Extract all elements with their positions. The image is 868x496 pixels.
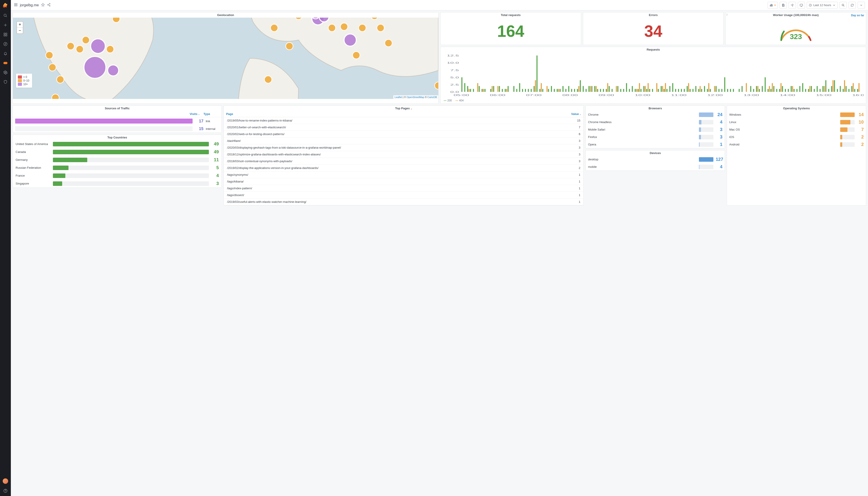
svg-rect-190 [698, 89, 699, 92]
svg-rect-191 [700, 86, 701, 92]
zoom-in-button[interactable]: + [17, 22, 23, 28]
zoom-out-button[interactable] [839, 2, 847, 9]
svg-rect-169 [648, 83, 648, 92]
zoom-out-button[interactable]: – [17, 28, 23, 33]
visits-col-header[interactable]: Visits [190, 112, 200, 115]
time-range-picker[interactable]: Last 12 hours [807, 2, 838, 9]
save-button[interactable] [780, 2, 787, 9]
svg-rect-212 [759, 89, 760, 92]
geolocation-map[interactable]: Atlantic Ocean [13, 18, 438, 99]
sources-row: 15internal [13, 125, 222, 133]
country-row: Germany11 [13, 156, 222, 164]
svg-text:14:00: 14:00 [780, 93, 795, 96]
svg-text:11:00: 11:00 [671, 93, 687, 96]
worker-usage-panel: i Worker Usage (100,000/24h max) Day so … [725, 12, 866, 45]
help-icon[interactable] [3, 488, 8, 493]
map-zoom-controls: + – [16, 21, 23, 34]
svg-point-70 [353, 51, 360, 59]
page-row: /dashflare/3 [224, 138, 583, 144]
svg-rect-226 [791, 86, 792, 92]
svg-point-45 [46, 51, 53, 59]
svg-point-8 [4, 43, 7, 46]
svg-line-1 [6, 16, 7, 17]
svg-rect-198 [716, 86, 717, 92]
svg-rect-200 [721, 89, 722, 92]
svg-rect-158 [626, 83, 627, 92]
svg-rect-178 [667, 89, 667, 92]
svg-rect-130 [558, 89, 559, 92]
day-so-far-link[interactable]: Day so far [851, 14, 864, 17]
svg-rect-151 [607, 83, 608, 92]
svg-rect-24 [771, 4, 771, 6]
country-row: United States of America49 [13, 140, 222, 148]
svg-rect-195 [708, 83, 709, 92]
panels-icon[interactable] [14, 3, 18, 7]
svg-rect-119 [534, 86, 535, 92]
svg-text:13:00: 13:00 [744, 93, 759, 96]
svg-rect-194 [707, 89, 708, 92]
svg-rect-203 [730, 89, 731, 92]
svg-rect-106 [497, 86, 498, 92]
star-icon[interactable] [41, 3, 45, 7]
country-row: Canada49 [13, 148, 222, 156]
svg-text:2.5: 2.5 [450, 83, 459, 86]
svg-rect-145 [594, 86, 595, 92]
apps-icon[interactable] [3, 32, 8, 37]
compass-icon[interactable] [3, 42, 8, 47]
svg-rect-240 [824, 86, 825, 92]
cloudflare-icon[interactable] [3, 61, 8, 65]
search-icon[interactable] [3, 13, 8, 18]
refresh-interval-button[interactable] [858, 2, 865, 9]
svg-rect-93 [464, 83, 465, 92]
refresh-button[interactable] [849, 2, 856, 9]
dashboard-settings-button[interactable] [789, 2, 796, 9]
svg-rect-116 [525, 89, 526, 92]
svg-rect-162 [636, 89, 637, 92]
gear-icon[interactable] [3, 70, 8, 75]
svg-point-47 [57, 76, 64, 83]
svg-rect-180 [672, 83, 673, 92]
svg-text:0.0: 0.0 [450, 91, 459, 93]
panel-info-icon[interactable]: i [727, 13, 728, 16]
svg-rect-161 [635, 89, 635, 92]
svg-rect-202 [727, 89, 728, 92]
grafana-logo[interactable] [2, 3, 9, 9]
svg-line-34 [843, 5, 844, 6]
svg-rect-235 [811, 86, 812, 92]
svg-rect-14 [16, 3, 17, 4]
svg-rect-256 [858, 83, 859, 92]
total-requests-value: 164 [440, 18, 581, 45]
add-panel-button[interactable]: + [768, 2, 778, 9]
svg-point-53 [113, 18, 120, 22]
type-col-header[interactable]: Type [204, 112, 219, 115]
svg-rect-139 [580, 80, 581, 92]
svg-rect-222 [780, 83, 781, 92]
cycle-view-button[interactable] [798, 2, 805, 9]
nav-rail [0, 0, 11, 496]
svg-rect-138 [578, 86, 579, 92]
svg-rect-175 [662, 86, 663, 92]
avatar[interactable] [3, 478, 8, 484]
page-col-header[interactable]: Page [226, 112, 233, 115]
svg-point-19 [47, 4, 48, 5]
svg-rect-137 [577, 89, 578, 92]
svg-rect-189 [695, 86, 696, 92]
requests-chart[interactable]: 0.02.55.07.510.012.505:0006:0007:0008:00… [443, 54, 864, 97]
sources-row: 17link [13, 117, 222, 125]
requests-legend: 200 404 [440, 98, 866, 104]
shield-icon[interactable] [3, 79, 8, 84]
value-col-header[interactable]: Value [571, 112, 581, 115]
list-item: iOS2 [727, 133, 866, 141]
page-row: /tags/index-pattern/1 [224, 185, 583, 192]
svg-rect-165 [640, 89, 641, 92]
svg-rect-248 [843, 89, 843, 92]
bell-icon[interactable] [3, 51, 8, 56]
svg-rect-120 [535, 80, 536, 92]
share-icon[interactable] [47, 3, 51, 7]
svg-point-50 [76, 46, 84, 53]
svg-rect-122 [539, 89, 540, 92]
svg-rect-251 [848, 89, 849, 92]
svg-point-69 [385, 40, 392, 47]
plus-icon[interactable] [3, 22, 8, 28]
svg-rect-246 [837, 89, 838, 92]
